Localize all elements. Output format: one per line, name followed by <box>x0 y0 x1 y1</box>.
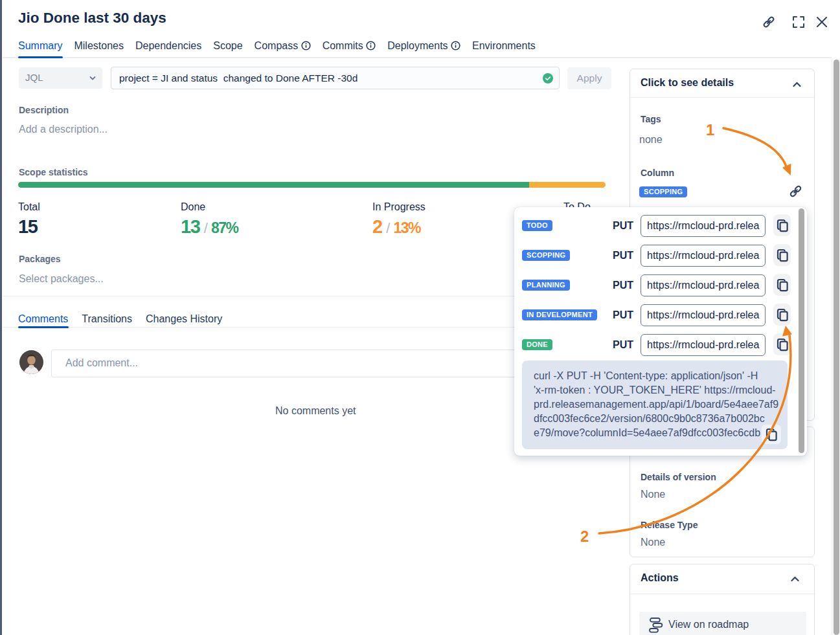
svg-text:2: 2 <box>580 528 589 545</box>
svg-text:1: 1 <box>706 121 714 139</box>
